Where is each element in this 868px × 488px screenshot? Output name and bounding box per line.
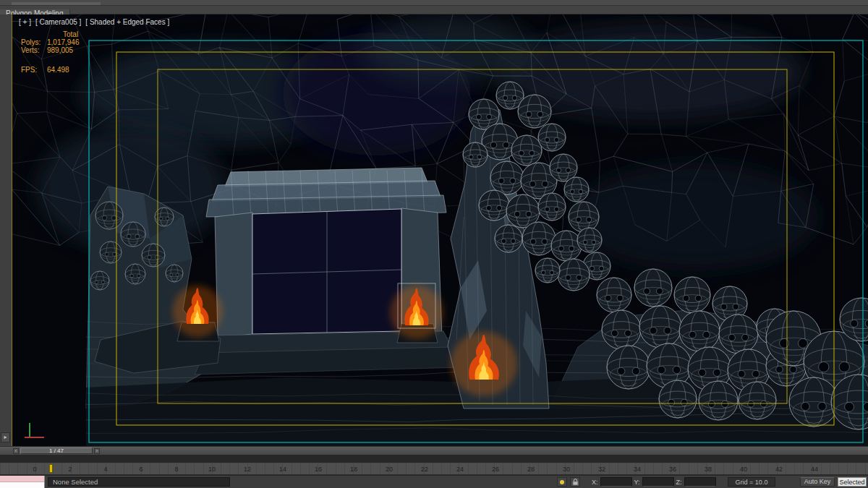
maxscript-mini-listener[interactable]: [0, 476, 45, 488]
timeline-frame-label: 2: [63, 466, 77, 473]
stats-verts-label: Verts:: [21, 46, 47, 54]
selection-lock-icon[interactable]: [570, 477, 580, 487]
skull-wireframe: [558, 259, 590, 291]
skull-wireframe: [719, 314, 758, 354]
coord-y-label: Y:: [634, 479, 640, 486]
timeline-frame-label: 10: [205, 466, 219, 473]
time-slider-value: 1 / 47: [49, 448, 64, 454]
status-bar: None Selected X: Y: Z: Grid = 10.0 Auto …: [0, 475, 868, 488]
viewport-menu-shading[interactable]: [ Shaded + Edged Faces ]: [85, 18, 169, 26]
fire-effect: [173, 286, 223, 338]
skull-wireframe: [479, 190, 509, 221]
stats-fps-value: 64.498: [47, 66, 69, 74]
timeline-frame-label: 44: [807, 466, 822, 473]
skull-wireframe: [634, 269, 672, 307]
timeline-frame-label: 24: [453, 466, 467, 473]
timeline-frame-label: 26: [488, 466, 503, 473]
viewport-left-gutter: ▸: [0, 14, 12, 446]
timeline-frame-label: 6: [134, 466, 148, 473]
track-bar[interactable]: [0, 455, 868, 463]
time-slider-row: ‹ 1 / 47 ›: [0, 446, 868, 455]
skull-wireframe: [100, 241, 122, 263]
viewport-statistics: Total Polys:1,017,946 Verts:989,005 FPS:…: [21, 30, 80, 74]
previous-frame-arrow[interactable]: ‹: [13, 448, 19, 454]
skull-wireframe: [511, 135, 542, 166]
viewport-nav-arrow-button[interactable]: ▸: [1, 432, 10, 442]
skull-wireframe: [463, 142, 488, 167]
coord-x-label: X:: [592, 479, 598, 486]
transform-type-in: X: Y: Z:: [592, 477, 716, 487]
skull-wireframe: [166, 265, 183, 282]
grid-size-display: Grid = 10.0: [728, 477, 775, 487]
stats-fps-label: FPS:: [21, 66, 47, 74]
timeline-ruler[interactable]: 0246810121416182022242628303234363840424…: [0, 463, 868, 475]
coord-z-field[interactable]: [684, 477, 716, 487]
isolate-selection-icon[interactable]: [557, 477, 567, 487]
skull-wireframe: [569, 202, 599, 232]
timeline-frame-label: 34: [630, 466, 644, 473]
current-frame-marker[interactable]: [49, 464, 53, 473]
coord-x-field[interactable]: [600, 477, 632, 487]
timeline-frame-label: 18: [346, 466, 361, 473]
3dsmax-window: Graphite Modeling ToolsFreeformSelection…: [0, 0, 868, 488]
timeline-frame-label: 28: [524, 466, 538, 473]
skull-wireframe: [142, 244, 165, 267]
skull-wireframe: [538, 124, 566, 151]
skull-wireframe: [602, 310, 641, 349]
camera-viewport[interactable]: [ + ][ Camera005 ][ Shaded + Edged Faces…: [12, 14, 868, 446]
skull-wireframe: [564, 177, 589, 202]
selection-status-field[interactable]: None Selected: [48, 477, 230, 487]
skull-wireframe: [90, 271, 109, 290]
skull-wireframe: [679, 311, 720, 351]
skull-wireframe: [535, 258, 560, 283]
viewport-canvas[interactable]: [12, 14, 868, 446]
mini-listener-script-pane[interactable]: [0, 482, 44, 488]
viewport-menu-general[interactable]: [ + ]: [19, 18, 31, 26]
skull-wireframe: [551, 231, 582, 261]
timeline-frame-label: 30: [559, 466, 574, 473]
viewport-label: [ + ][ Camera005 ][ Shaded + Edged Faces…: [19, 18, 174, 26]
timeline-frame-label: 0: [27, 466, 42, 473]
time-slider-handle[interactable]: 1 / 47: [20, 448, 93, 454]
ribbon-tab-bar: Graphite Modeling ToolsFreeformSelection…: [0, 0, 868, 6]
skull-wireframe: [659, 380, 697, 418]
skull-wireframe: [639, 306, 681, 348]
skull-wireframe: [674, 277, 710, 313]
skull-wireframe: [495, 225, 522, 252]
skull-wireframe: [518, 95, 551, 128]
timeline-frame-label: 36: [665, 466, 680, 473]
auto-key-button[interactable]: Auto Key: [800, 477, 835, 487]
skull-wireframe: [699, 381, 738, 420]
stats-total-label: Total: [63, 30, 78, 38]
viewport-menu-pov[interactable]: [ Camera005 ]: [35, 18, 81, 26]
world-axis-gizmo: [21, 419, 47, 442]
ribbon-panel-row: Polygon Modeling: [0, 6, 868, 14]
skull-wireframe: [121, 222, 145, 247]
skull-wireframe: [607, 346, 650, 389]
timeline-frame-label: 40: [736, 466, 751, 473]
skull-wireframe: [490, 161, 524, 194]
coord-z-label: Z:: [676, 479, 682, 486]
status-toggle-icons: [557, 477, 580, 487]
skull-wireframe: [522, 222, 556, 255]
selection-set-field[interactable]: Selected: [838, 477, 867, 487]
stats-verts-value: 989,005: [47, 46, 73, 54]
timeline-frame-label: 38: [701, 466, 715, 473]
stats-polys-label: Polys:: [21, 38, 47, 46]
skull-wireframe: [577, 228, 602, 252]
timeline-frame-label: 14: [276, 466, 290, 473]
skull-wireframe: [125, 264, 145, 284]
timeline-frame-label: 22: [417, 466, 432, 473]
mini-listener-macro-pane[interactable]: [0, 476, 44, 482]
fire-effect: [451, 332, 517, 396]
timeline-frame-label: 8: [169, 466, 184, 473]
skull-wireframe: [739, 382, 776, 419]
skull-wireframe: [538, 193, 566, 221]
frame-labels-layer: 0246810121416182022242628303234363840424…: [0, 463, 868, 474]
skull-wireframe: [597, 278, 631, 312]
skull-wireframe: [95, 202, 123, 229]
coord-y-field[interactable]: [642, 477, 674, 487]
timeline-frame-label: 4: [98, 466, 113, 473]
next-frame-arrow[interactable]: ›: [94, 448, 100, 454]
timeline-frame-label: 16: [311, 466, 326, 473]
